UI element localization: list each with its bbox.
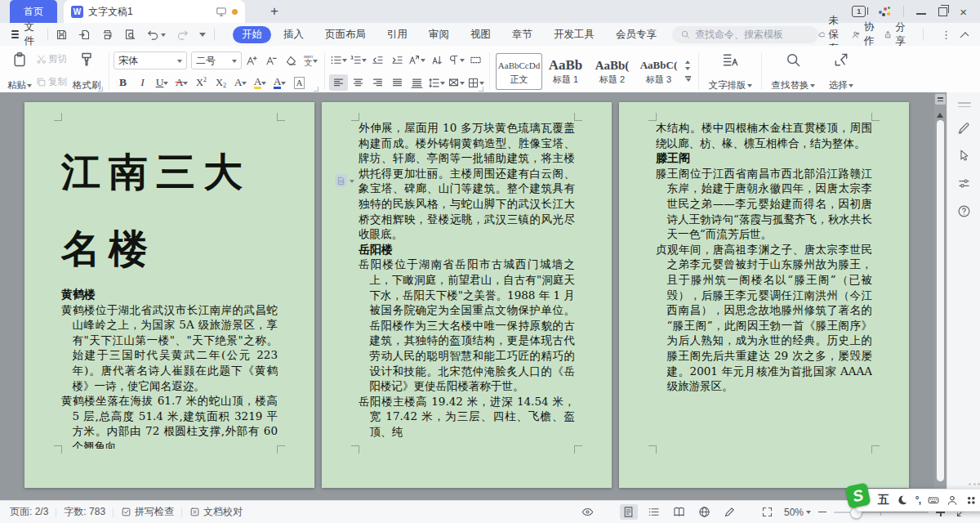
ime-toolbox-icon[interactable]	[965, 494, 977, 506]
tab-section[interactable]: 章节	[503, 26, 541, 43]
page-2-text[interactable]: 外伸展，屋面用 10 多万块黄色琉璃瓦覆盖构建而成。楼外铸铜黄鹤造型、胜像宝塔、…	[359, 120, 575, 449]
shrink-font-button[interactable]	[262, 52, 281, 69]
proofread-toggle[interactable]: 文档校对	[189, 505, 243, 519]
superscript-button[interactable]: X2	[192, 74, 211, 91]
paste-button[interactable]: 粘贴	[5, 48, 34, 94]
style-normal[interactable]: AaBbCcDd 正文	[496, 53, 542, 90]
scroll-up-arrow[interactable]	[937, 110, 943, 118]
clear-format-button[interactable]	[282, 52, 301, 69]
annotate-pen-icon[interactable]	[957, 121, 971, 135]
save-button[interactable]	[56, 29, 68, 41]
font-name-combo[interactable]: 宋体	[114, 51, 187, 69]
pointer-icon[interactable]	[957, 149, 971, 163]
presentation-mode-icon[interactable]	[216, 6, 227, 17]
justify-button[interactable]	[388, 74, 407, 91]
page-1[interactable]: 江南三大名楼黄鹤楼黄鹤楼位于湖北省武汉市长江南岸的武昌蛇山峰岭之上，为国家 5A…	[24, 102, 314, 488]
tab-insert[interactable]: 插入	[274, 26, 313, 43]
redo-button[interactable]	[176, 29, 189, 41]
style-heading3[interactable]: AaBbC( 标题 3	[635, 53, 682, 90]
zoom-level-dropdown[interactable]: 50%	[784, 507, 811, 518]
tab-page-layout[interactable]: 页面布局	[316, 26, 375, 43]
ime-mode-wubi[interactable]: 五	[878, 493, 889, 507]
export-button[interactable]	[78, 29, 91, 41]
font-size-combo[interactable]: 二号	[191, 51, 242, 69]
tab-view[interactable]: 视图	[461, 26, 500, 43]
copy-button[interactable]: 复制	[36, 76, 67, 88]
style-gallery-down-button[interactable]	[685, 67, 690, 73]
bullets-button[interactable]	[329, 51, 348, 68]
rail-drag-handle[interactable]	[958, 102, 971, 107]
view-page-mode-button[interactable]	[620, 504, 638, 520]
distribute-button[interactable]	[408, 74, 426, 91]
bold-button[interactable]: B	[114, 74, 132, 91]
page-1-text[interactable]: 江南三大名楼黄鹤楼黄鹤楼位于湖北省武汉市长江南岸的武昌蛇山峰岭之上，为国家 5A…	[61, 120, 278, 449]
decrease-indent-button[interactable]	[368, 51, 387, 68]
page-3[interactable]: 木结构。楼中四根楠木金柱直贯楼顶，周围绕以廊、枋、椽、檩互相榫合，结为整体。滕王…	[619, 102, 909, 488]
view-web-mode-button[interactable]	[696, 504, 714, 520]
tab-member[interactable]: 会员专享	[607, 26, 666, 43]
page-indicator[interactable]: 页面: 2/3	[10, 505, 48, 519]
character-border-button[interactable]: A	[290, 74, 309, 91]
spellcheck-toggle[interactable]: 拼写检查	[121, 505, 174, 519]
grow-font-button[interactable]	[243, 52, 261, 69]
more-options-icon[interactable]: ⋮	[941, 29, 951, 41]
settings-sliders-icon[interactable]	[957, 177, 971, 190]
collapse-ribbon-icon[interactable]	[960, 32, 969, 41]
scrollbar-top-button[interactable]	[935, 94, 946, 105]
style-heading2[interactable]: AaBb( 标题 2	[589, 53, 635, 90]
ime-keyboard-icon[interactable]	[928, 494, 939, 506]
style-gallery-up-button[interactable]	[685, 58, 690, 64]
document-tab[interactable]: W 文字文稿1	[64, 0, 245, 23]
align-left-button[interactable]	[329, 74, 348, 91]
style-heading1[interactable]: AaBb 标题 1	[542, 53, 589, 90]
line-spacing-button[interactable]	[427, 74, 446, 91]
collaborate-button[interactable]: 协作	[852, 20, 878, 48]
italic-button[interactable]: I	[133, 74, 152, 91]
help-icon[interactable]	[957, 204, 971, 218]
find-replace-button[interactable]: 查找替换	[766, 48, 820, 94]
view-read-mode-button[interactable]	[670, 504, 688, 520]
sort-button[interactable]	[427, 51, 446, 68]
file-menu-button[interactable]: 文件	[11, 20, 39, 48]
customize-quickbar-button[interactable]	[199, 29, 206, 40]
scrollbar-thumb[interactable]	[937, 120, 944, 481]
share-button[interactable]: 分享	[884, 20, 910, 48]
fit-page-icon[interactable]	[759, 504, 777, 520]
strikethrough-button[interactable]: A	[172, 74, 191, 91]
view-annotate-button[interactable]	[721, 504, 739, 520]
subscript-button[interactable]: X2	[212, 74, 230, 91]
zoom-out-button[interactable]	[818, 512, 826, 513]
page-2[interactable]: 外伸展，屋面用 10 多万块黄色琉璃瓦覆盖构建而成。楼外铸铜黄鹤造型、胜像宝塔、…	[322, 102, 612, 488]
view-outline-mode-button[interactable]	[645, 504, 663, 520]
text-effects-button[interactable]: A	[231, 74, 250, 91]
ime-punctuation-mode[interactable]: °,	[915, 494, 920, 506]
style-gallery-more-button[interactable]	[685, 76, 691, 83]
text-direction-button[interactable]	[466, 51, 485, 68]
home-tab[interactable]: 首页	[10, 0, 57, 23]
shading-button[interactable]	[447, 74, 466, 91]
numbering-button[interactable]	[349, 51, 368, 68]
pinyin-guide-button[interactable]: wén文	[301, 52, 320, 69]
tab-references[interactable]: 引用	[378, 26, 416, 43]
eye-protection-icon[interactable]	[579, 504, 597, 520]
vertical-scrollbar[interactable]	[934, 92, 947, 500]
increase-indent-button[interactable]	[388, 51, 407, 68]
underline-button[interactable]: U	[153, 74, 172, 91]
tab-dev-tools[interactable]: 开发工具	[545, 26, 604, 43]
align-right-button[interactable]	[368, 74, 387, 91]
highlight-color-button[interactable]: A	[251, 74, 270, 91]
align-center-button[interactable]	[349, 74, 368, 91]
command-search-input[interactable]: 查找命令、搜索模板	[672, 26, 817, 43]
word-count[interactable]: 字数: 783	[64, 505, 105, 519]
character-scale-button[interactable]	[408, 51, 426, 68]
new-tab-button[interactable]: +	[265, 3, 284, 20]
print-preview-button[interactable]	[124, 29, 136, 41]
cut-button[interactable]: 剪切	[36, 53, 67, 65]
document-canvas[interactable]: 江南三大名楼黄鹤楼黄鹤楼位于湖北省武汉市长江南岸的武昌蛇山峰岭之上，为国家 5A…	[0, 92, 934, 500]
ime-moon-icon[interactable]	[897, 494, 908, 506]
text-layout-button[interactable]: 文字排版	[703, 48, 757, 94]
select-button[interactable]: 选择	[820, 48, 862, 94]
page-3-text[interactable]: 木结构。楼中四根楠木金柱直贯楼顶，周围绕以廊、枋、椽、檩互相榫合，结为整体。滕王…	[656, 120, 872, 449]
sogou-logo-icon[interactable]: S	[844, 482, 871, 508]
print-button[interactable]	[101, 29, 114, 41]
